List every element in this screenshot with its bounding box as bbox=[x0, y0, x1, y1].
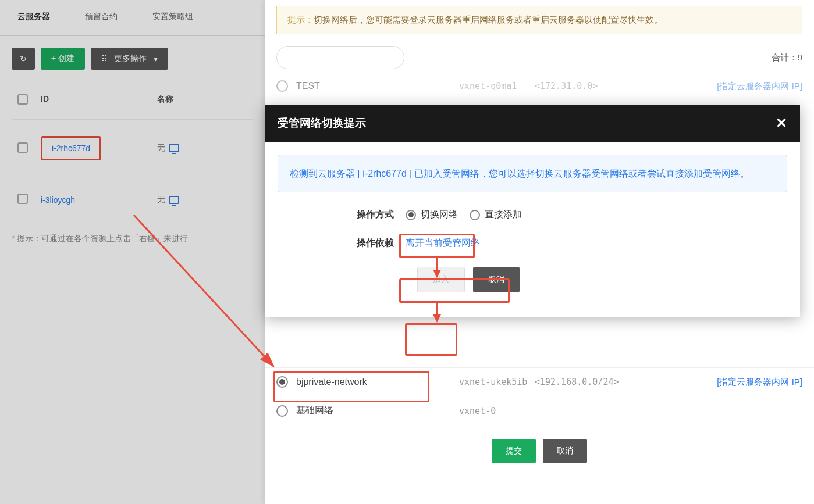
drawer-actions: 提交 取消 bbox=[265, 425, 814, 477]
info-box: 检测到云服务器 [ i-2rhc677d ] 已加入受管网络，您可以选择切换云服… bbox=[278, 155, 787, 192]
grid-icon: ⠿ bbox=[101, 54, 107, 63]
refresh-button[interactable]: ↻ bbox=[12, 48, 35, 70]
annotation-arrow bbox=[436, 303, 438, 316]
join-button[interactable]: 加入 bbox=[417, 267, 465, 292]
network-radio[interactable] bbox=[276, 405, 288, 417]
col-id: ID bbox=[41, 94, 157, 106]
assign-ip-link[interactable]: [指定云服务器内网 IP] bbox=[717, 81, 802, 92]
name-text: 无 bbox=[157, 143, 165, 153]
col-name: 名称 bbox=[157, 94, 227, 106]
warning-prefix: 提示： bbox=[287, 15, 314, 24]
toolbar: ↻ + 创建 ⠿ 更多操作 ▾ bbox=[0, 36, 265, 81]
network-row[interactable]: TEST vxnet-q0ma1 <172.31.0.0> [指定云服务器内网 … bbox=[265, 72, 814, 100]
vm-table: ID 名称 i-2rhc677d 无 i-3lioycgh 无 bbox=[0, 81, 265, 222]
leave-network-link[interactable]: 离开当前受管网络 bbox=[406, 237, 480, 249]
modal-header: 受管网络切换提示 ✕ bbox=[265, 105, 800, 142]
radio-icon bbox=[470, 210, 480, 220]
row-checkbox[interactable] bbox=[17, 194, 28, 204]
network-cidr: <172.31.0.0> bbox=[535, 81, 616, 91]
tab-bar: 云服务器 预留合约 安置策略组 bbox=[0, 0, 265, 36]
vm-id-link[interactable]: i-3lioycgh bbox=[41, 195, 75, 205]
op-depend-label: 操作依赖 bbox=[278, 237, 406, 249]
create-button[interactable]: + 创建 bbox=[41, 48, 85, 70]
total-value: 9 bbox=[798, 52, 802, 62]
monitor-icon[interactable] bbox=[169, 144, 179, 152]
network-id: vxnet-0 bbox=[459, 406, 535, 416]
table-row[interactable]: i-2rhc677d 无 bbox=[12, 119, 253, 177]
network-id: vxnet-ukek5ib bbox=[459, 377, 535, 387]
submit-button[interactable]: 提交 bbox=[492, 439, 536, 463]
modal-actions: 加入 取消 bbox=[278, 267, 787, 304]
search-input[interactable] bbox=[276, 46, 404, 69]
modal-cancel-button[interactable]: 取消 bbox=[473, 267, 520, 292]
main-panel: 云服务器 预留合约 安置策略组 ↻ + 创建 ⠿ 更多操作 ▾ ID 名称 i-… bbox=[0, 0, 265, 504]
warning-text: 切换网络后，您可能需要登录云服务器重启网络服务或者重启云服务器以使配置尽快生效。 bbox=[314, 15, 663, 24]
close-icon[interactable]: ✕ bbox=[776, 115, 787, 131]
warning-banner: 提示：切换网络后，您可能需要登录云服务器重启网络服务或者重启云服务器以使配置尽快… bbox=[276, 6, 802, 34]
network-row[interactable]: bjprivate-network vxnet-ukek5ib <192.168… bbox=[265, 367, 814, 396]
op-mode-label: 操作方式 bbox=[278, 209, 406, 221]
radio-direct-add[interactable]: 直接添加 bbox=[470, 209, 522, 221]
total-label: 合计： bbox=[772, 52, 798, 62]
network-id: vxnet-q0ma1 bbox=[459, 81, 535, 91]
network-cidr: <192.168.0.0/24> bbox=[535, 377, 616, 387]
table-header: ID 名称 bbox=[12, 81, 253, 119]
tab-vm[interactable]: 云服务器 bbox=[0, 0, 67, 35]
radio-icon bbox=[406, 210, 416, 220]
select-all-checkbox[interactable] bbox=[17, 94, 28, 105]
name-text: 无 bbox=[157, 195, 165, 205]
tab-placement[interactable]: 安置策略组 bbox=[135, 0, 211, 35]
annotation-arrow bbox=[436, 258, 438, 271]
network-name: TEST bbox=[296, 81, 459, 91]
chevron-down-icon: ▾ bbox=[154, 54, 158, 63]
arrow-down-icon bbox=[433, 314, 441, 323]
network-radio[interactable] bbox=[276, 80, 288, 92]
radio-label: 直接添加 bbox=[485, 209, 522, 221]
arrow-down-icon bbox=[433, 270, 441, 278]
vm-id-link[interactable]: i-2rhc677d bbox=[41, 136, 101, 160]
modal-body: 检测到云服务器 [ i-2rhc677d ] 已加入受管网络，您可以选择切换云服… bbox=[265, 142, 800, 317]
more-label: 更多操作 bbox=[114, 53, 147, 64]
tab-reserved[interactable]: 预留合约 bbox=[67, 0, 135, 35]
hint-text: * 提示：可通过在各个资源上点击「右键」来进行 bbox=[0, 222, 265, 256]
network-name: 基础网络 bbox=[296, 405, 459, 417]
modal-title: 受管网络切换提示 bbox=[278, 116, 366, 131]
network-row[interactable]: 基础网络 vxnet-0 bbox=[265, 396, 814, 425]
more-actions-button[interactable]: ⠿ 更多操作 ▾ bbox=[91, 48, 168, 70]
row-checkbox[interactable] bbox=[17, 142, 28, 153]
network-radio[interactable] bbox=[276, 376, 288, 388]
cancel-button[interactable]: 取消 bbox=[543, 439, 587, 463]
radio-switch-network[interactable]: 切换网络 bbox=[406, 209, 458, 221]
table-row[interactable]: i-3lioycgh 无 bbox=[12, 177, 253, 222]
radio-label: 切换网络 bbox=[421, 209, 458, 221]
assign-ip-link[interactable]: [指定云服务器内网 IP] bbox=[717, 377, 802, 388]
total-count: 合计：9 bbox=[772, 52, 802, 63]
op-mode-row: 操作方式 切换网络 直接添加 bbox=[278, 209, 787, 221]
refresh-icon: ↻ bbox=[20, 54, 27, 63]
switch-network-modal: 受管网络切换提示 ✕ 检测到云服务器 [ i-2rhc677d ] 已加入受管网… bbox=[265, 105, 800, 317]
monitor-icon[interactable] bbox=[169, 196, 179, 204]
search-row: 合计：9 bbox=[265, 40, 814, 72]
op-depend-row: 操作依赖 离开当前受管网络 bbox=[278, 237, 787, 249]
network-name: bjprivate-network bbox=[296, 377, 459, 387]
